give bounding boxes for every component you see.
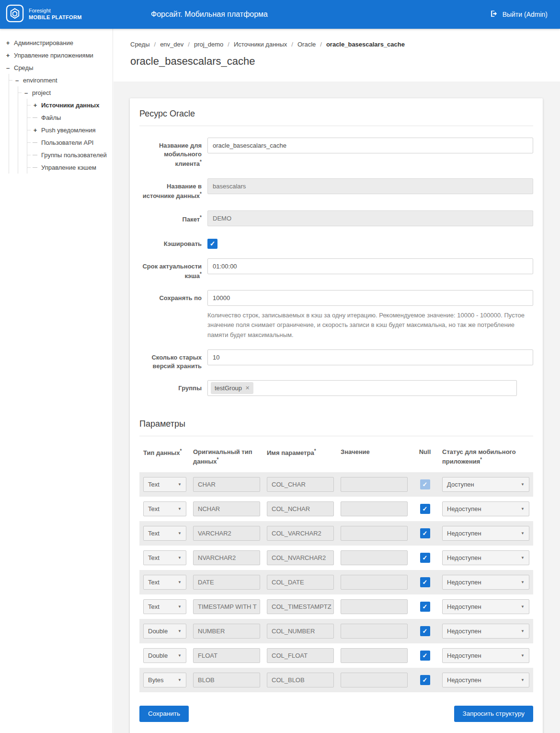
data-type-select[interactable]: Text ▼	[143, 501, 186, 516]
tree-dash	[33, 155, 37, 155]
data-type-select[interactable]: Double ▼	[143, 648, 186, 663]
save-button[interactable]: Сохранить	[139, 706, 189, 722]
chevron-down-icon: ▼	[521, 580, 525, 584]
param-name-input: COL_BLOB	[267, 673, 334, 687]
remove-tag-icon[interactable]: ✕	[245, 385, 250, 391]
column-header-original-type: Оригинальный тип данных*	[193, 448, 260, 466]
groups-label: Группы	[139, 380, 202, 396]
status-select[interactable]: Недоступен ▼	[442, 599, 529, 614]
sidebar-item-user-groups[interactable]: Группы пользователей	[27, 149, 113, 161]
data-type-select[interactable]: Text ▼	[143, 575, 186, 590]
value-input[interactable]	[341, 501, 408, 516]
status-select[interactable]: Доступен ▼	[442, 477, 529, 492]
null-checkbox[interactable]: ✓	[420, 626, 430, 636]
value-input[interactable]	[341, 673, 408, 687]
logout-icon	[490, 10, 498, 19]
foresight-logo-icon	[6, 4, 24, 24]
brand: Foresight MOBILE PLATFORM	[0, 4, 110, 24]
value-input[interactable]	[341, 648, 408, 663]
chevron-down-icon: ▼	[521, 605, 525, 609]
param-name-input: COL_NVARCHAR2	[267, 550, 334, 565]
chevron-down-icon: ▼	[178, 531, 182, 535]
project-subtree: + Источники данных Файлы + Push уведомле…	[27, 99, 113, 174]
sidebar-item-environments[interactable]: – Среды	[0, 61, 113, 74]
mobile-name-input[interactable]	[207, 138, 533, 153]
environments-subtree: – environment – project + Источники данн…	[9, 74, 113, 174]
resource-section-title: Ресурс Oracle	[139, 109, 533, 126]
sidebar-item-api-users[interactable]: Пользователи API	[27, 136, 113, 149]
chevron-down-icon: ▼	[178, 653, 182, 658]
batch-size-input[interactable]	[207, 290, 533, 306]
sidebar-item-app-management[interactable]: + Управление приложениями	[0, 49, 113, 61]
null-checkbox[interactable]: ✓	[420, 675, 430, 685]
sidebar-item-label: project	[32, 89, 51, 96]
breadcrumb-item[interactable]: proj_demo	[194, 41, 223, 48]
value-input[interactable]	[341, 575, 408, 590]
value-input[interactable]	[341, 526, 408, 541]
check-icon: ✓	[210, 240, 216, 247]
sidebar-item-files[interactable]: Файлы	[27, 111, 113, 124]
collapse-icon[interactable]: –	[14, 77, 20, 84]
group-tag-label: testGroup	[215, 384, 242, 392]
sidebar-item-data-sources[interactable]: + Источники данных	[27, 99, 113, 111]
cache-checkbox[interactable]: ✓	[207, 239, 217, 249]
breadcrumb-item[interactable]: env_dev	[160, 41, 183, 48]
status-select[interactable]: Недоступен ▼	[442, 575, 529, 590]
groups-tag-input[interactable]: testGroup ✕	[207, 380, 517, 396]
expand-icon[interactable]: +	[33, 102, 38, 109]
sidebar-item-administration[interactable]: + Администрирование	[0, 36, 113, 49]
sidebar-item-project[interactable]: – project	[18, 86, 113, 99]
source-name-label: Название в источнике данных*	[139, 178, 202, 201]
status-select[interactable]: Недоступен ▼	[442, 501, 529, 516]
cache-ttl-input[interactable]	[207, 258, 533, 274]
data-type-select[interactable]: Double ▼	[143, 624, 186, 639]
null-checkbox[interactable]: ✓	[420, 602, 430, 612]
breadcrumb-item[interactable]: Среды	[130, 41, 150, 48]
value-input[interactable]	[341, 599, 408, 614]
null-checkbox[interactable]: ✓	[420, 504, 430, 514]
param-name-input: COL_DATE	[267, 575, 334, 590]
status-select[interactable]: Недоступен ▼	[442, 624, 529, 639]
breadcrumb-item[interactable]: Oracle	[297, 41, 316, 48]
request-structure-button[interactable]: Запросить структуру	[454, 706, 533, 722]
sidebar-item-cache-management[interactable]: Управление кэшем	[27, 161, 113, 174]
data-type-select[interactable]: Text ▼	[143, 526, 186, 541]
collapse-icon[interactable]: –	[23, 89, 29, 96]
null-checkbox[interactable]: ✓	[420, 553, 430, 563]
expand-icon[interactable]: +	[5, 52, 11, 59]
data-type-value: Text	[148, 554, 160, 561]
logout-button[interactable]: Выйти (Admin)	[490, 10, 548, 19]
expand-icon[interactable]: +	[33, 127, 38, 134]
null-checkbox[interactable]: ✓	[420, 479, 430, 489]
cache-label: Кэшировать	[139, 236, 202, 249]
data-type-select[interactable]: Text ▼	[143, 599, 186, 614]
sidebar-item-label: Push уведомления	[41, 127, 96, 134]
sidebar-item-environment[interactable]: – environment	[9, 74, 113, 86]
status-select[interactable]: Недоступен ▼	[442, 648, 529, 663]
null-checkbox[interactable]: ✓	[420, 651, 430, 661]
value-input[interactable]	[341, 550, 408, 565]
status-select[interactable]: Недоступен ▼	[442, 526, 529, 541]
chevron-down-icon: ▼	[521, 531, 525, 535]
data-type-select[interactable]: Text ▼	[143, 550, 186, 565]
old-versions-input[interactable]	[207, 349, 533, 365]
data-type-select[interactable]: Bytes ▼	[143, 673, 186, 687]
expand-icon[interactable]: +	[5, 39, 11, 47]
null-checkbox[interactable]: ✓	[420, 577, 430, 587]
breadcrumb-item[interactable]: Источники данных	[234, 41, 287, 48]
status-value: Недоступен	[447, 628, 481, 635]
data-type-select[interactable]: Text ▼	[143, 477, 186, 492]
batch-label: Сохранять по	[139, 290, 202, 339]
data-type-value: Text	[148, 530, 160, 537]
sidebar-item-push-notifications[interactable]: + Push уведомления	[27, 124, 113, 136]
parameter-row: Text ▼ TIMESTAMP WITH T COL_TIMESTAMPTZ …	[139, 594, 533, 619]
brand-text: Foresight MOBILE PLATFORM	[29, 8, 82, 21]
status-select[interactable]: Недоступен ▼	[442, 550, 529, 565]
value-input[interactable]	[341, 624, 408, 639]
status-select[interactable]: Недоступен ▼	[442, 673, 529, 687]
null-checkbox[interactable]: ✓	[420, 528, 430, 538]
sidebar-item-label: Файлы	[41, 114, 61, 121]
collapse-icon[interactable]: –	[5, 64, 11, 71]
data-type-value: Text	[148, 481, 160, 488]
value-input[interactable]	[341, 477, 408, 492]
